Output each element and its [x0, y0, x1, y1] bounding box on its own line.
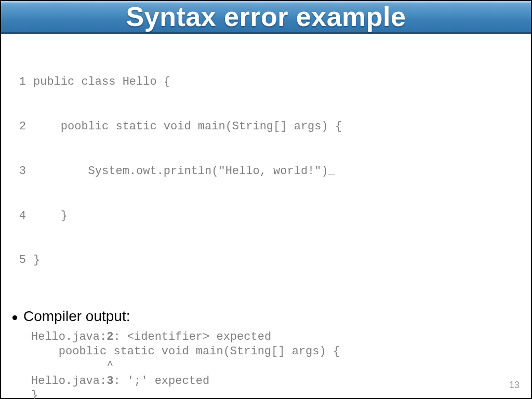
code-text: System.owt.println("Hello, world!")_: [33, 164, 335, 179]
code-text: pooblic static void main(String[] args) …: [33, 119, 342, 135]
bullet-icon: [12, 315, 17, 320]
line-number: 1: [14, 75, 26, 90]
code-text: }: [33, 209, 68, 224]
code-line: 4 }: [14, 209, 522, 224]
line-number: 5: [14, 253, 26, 268]
line-number: 4: [14, 209, 26, 224]
code-line: 2 pooblic static void main(String[] args…: [14, 119, 522, 135]
code-text: public class Hello {: [33, 75, 170, 90]
compiler-output: Hello.java:2: <identifier> expected poob…: [31, 330, 522, 399]
slide-content: 1public class Hello { 2 pooblic static v…: [1, 34, 531, 399]
code-text: }: [33, 253, 40, 268]
bullet-item: Compiler output:: [12, 308, 522, 325]
code-line: 5}: [14, 253, 522, 268]
page-number: 13: [509, 380, 520, 391]
line-number: 3: [14, 164, 26, 179]
code-line: 1public class Hello {: [14, 75, 522, 90]
title-bar: Syntax error example: [1, 1, 531, 34]
line-number: 2: [14, 119, 26, 135]
code-block: 1public class Hello { 2 pooblic static v…: [14, 45, 522, 298]
bullet-text: Compiler output:: [23, 308, 130, 325]
slide-title: Syntax error example: [126, 1, 406, 32]
slide: Syntax error example 1public class Hello…: [0, 0, 532, 399]
code-line: 3 System.owt.println("Hello, world!")_: [14, 164, 522, 179]
